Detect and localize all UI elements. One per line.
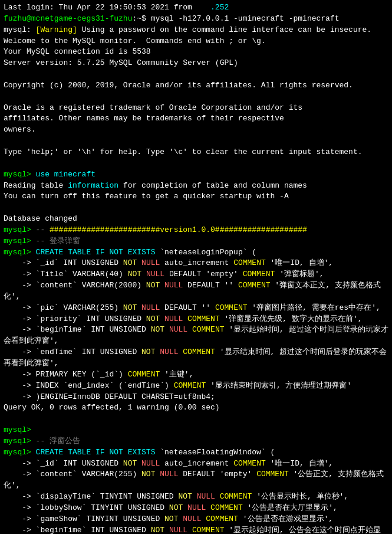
terminal-window: { "terminal": { "title": "MySQL Terminal…: [0, 0, 392, 534]
blank3: [4, 136, 388, 147]
sql-comment-float: mysql> -- 浮窗公告: [4, 436, 388, 447]
sql-col-pic: -> `pic` VARCHAR(255) NOT NULL DEFAULT '…: [4, 303, 388, 314]
sql2-col-content: -> `content` VARCHAR(255) NOT NULL DEFAU…: [4, 469, 388, 492]
db-changed-line: Database changed: [4, 214, 388, 225]
ssh-prompt-line: fuzhu@mcnetgame-cegs31-fuzhu:~$ mysql -h…: [4, 14, 388, 25]
blank2: [4, 91, 388, 103]
sql2-col-gameshow: -> `gameShow` TINYINT UNSIGNED NOT NULL …: [4, 514, 388, 525]
sql-col-begintime: -> `beginTime` INT UNSIGNED NOT NULL COM…: [4, 325, 388, 347]
sql2-col-begintime: -> `beginTime` INT UNSIGNED NOT NULL COM…: [4, 525, 388, 534]
blank1: [4, 69, 388, 80]
sql-comment-popup: mysql> -- 登录弹窗: [4, 236, 388, 247]
server-version-line: Server version: 5.7.25 MySQL Community S…: [4, 58, 388, 69]
sql-primary-key1: -> PRIMARY KEY (`_id`) COMMENT '主键',: [4, 369, 388, 381]
connection-id-line: Your MySQL connection id is 5538: [4, 47, 388, 58]
oracle-tm-line2: affiliates. Other names may be trademark…: [4, 113, 388, 125]
sql-col-endtime: -> `endTime` INT UNSIGNED NOT NULL COMME…: [4, 347, 388, 369]
use-cmd-line: mysql> use minecraft: [4, 169, 388, 181]
sql-comment-version: mysql> -- ########################versio…: [4, 225, 388, 236]
sql-engine1: -> )ENGINE=InnoDB DEFAULT CHARSET=utf8mb…: [4, 392, 388, 403]
help-line: Type 'help;' or '\h' for help. Type '\c'…: [4, 147, 388, 158]
sql-col-title: -> `Title` VARCHAR(40) NOT NULL DEFAULT …: [4, 269, 388, 280]
sql-create1: mysql> CREATE TABLE IF NOT EXISTS `netea…: [4, 247, 388, 258]
sql2-col-lobbyshow: -> `lobbyShow` TINYINT UNSIGNED NOT NULL…: [4, 503, 388, 514]
sql-col-priority: -> `priority` INT UNSIGNED NOT NULL COMM…: [4, 314, 388, 325]
oracle-tm-line3: owners.: [4, 125, 388, 136]
turn-off-line: You can turn off this feature to get a q…: [4, 191, 388, 202]
sql-prompt2: mysql>: [4, 425, 388, 436]
sql-col-content: -> `content` VARCHAR(2000) NOT NULL DEFA…: [4, 280, 388, 303]
sql-index1: -> INDEX `end_index` (`endTime`) COMMENT…: [4, 381, 388, 392]
query-ok1: Query OK, 0 rows affected, 1 warning (0.…: [4, 402, 388, 414]
warning-line: mysql: [Warning] Using a password on the…: [4, 25, 388, 36]
last-login-line: Last login: Thu Apr 22 19:50:53 2021 fro…: [4, 2, 388, 14]
sql2-col-displaytime: -> `displayTime` TINYINT UNSIGNED NOT NU…: [4, 492, 388, 503]
blank5: [4, 202, 388, 214]
sql-create2: mysql> CREATE TABLE IF NOT EXISTS `netea…: [4, 447, 388, 458]
reading-table-line: Reading table information for completion…: [4, 181, 388, 192]
sql-col-id: -> `_id` INT UNSIGNED NOT NULL auto_incr…: [4, 258, 388, 269]
oracle-tm-line: Oracle is a registered trademark of Orac…: [4, 103, 388, 114]
blank6: [4, 414, 388, 425]
blank4: [4, 158, 388, 169]
welcome-line: Welcome to the MySQL monitor. Commands e…: [4, 36, 388, 47]
sql2-col-id: -> `_id` INT UNSIGNED NOT NULL auto_incr…: [4, 458, 388, 470]
copyright-line: Copyright (c) 2000, 2019, Oracle and/or …: [4, 80, 388, 91]
